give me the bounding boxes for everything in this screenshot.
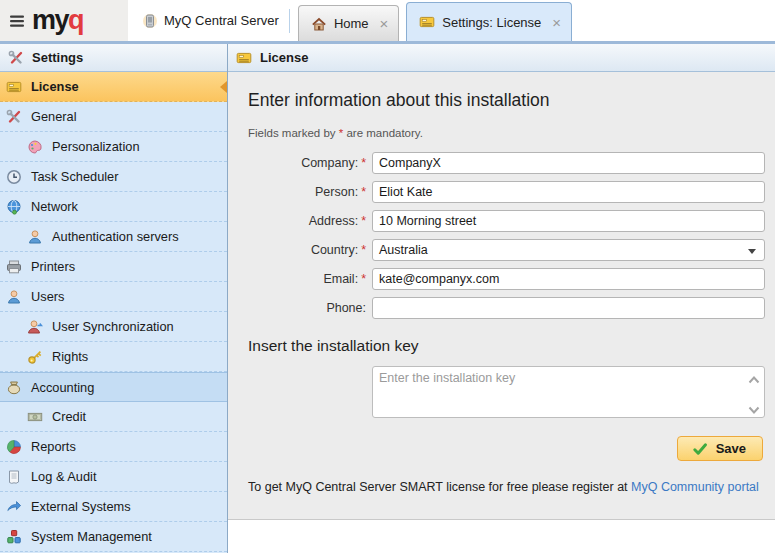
form-row-phone: Phone: bbox=[248, 297, 775, 319]
palette-icon bbox=[27, 139, 43, 155]
scroll-down-icon[interactable] bbox=[748, 401, 760, 411]
address-label: Address:* bbox=[248, 214, 366, 228]
tab-settings-license[interactable]: Settings: License× bbox=[406, 2, 572, 41]
sidebar-item-label: Network bbox=[31, 199, 78, 214]
hamburger-menu-icon[interactable] bbox=[8, 11, 28, 31]
server-icon bbox=[142, 13, 158, 29]
license-content-panel: License Enter information about this ins… bbox=[228, 44, 775, 553]
settings-sidebar: Settings LicenseGeneralPersonalizationTa… bbox=[0, 44, 228, 553]
sidebar-item-label: External Systems bbox=[31, 499, 131, 514]
sidebar-item-personalization[interactable]: Personalization bbox=[0, 132, 227, 162]
form-row-email: Email:* bbox=[248, 268, 775, 290]
sidebar-items: LicenseGeneralPersonalizationTask Schedu… bbox=[0, 72, 227, 552]
printer-icon bbox=[6, 259, 22, 275]
top-bar: myq MyQ Central Server Home×Settings: Li… bbox=[0, 0, 775, 41]
sidebar-item-rights[interactable]: Rights bbox=[0, 342, 227, 372]
person-field[interactable] bbox=[372, 181, 765, 203]
server-label-group: MyQ Central Server bbox=[142, 0, 279, 41]
sidebar-item-label: General bbox=[31, 109, 77, 124]
license-form-area: Enter information about this installatio… bbox=[228, 72, 775, 520]
home-icon bbox=[311, 16, 327, 32]
user-icon bbox=[27, 229, 43, 245]
logo-block: myq bbox=[0, 0, 128, 41]
company-label: Company:* bbox=[248, 156, 366, 170]
sidebar-item-reports[interactable]: Reports bbox=[0, 432, 227, 462]
installation-info-form: Company:*Person:*Address:*Country:*Austr… bbox=[248, 152, 775, 319]
sidebar-item-label: License bbox=[31, 79, 79, 94]
content-header: License bbox=[228, 44, 775, 72]
sidebar-item-label: User Synchronization bbox=[52, 319, 174, 334]
phone-field[interactable] bbox=[372, 297, 765, 319]
license-icon bbox=[6, 79, 22, 95]
document-icon bbox=[6, 469, 22, 485]
form-row-country: Country:*Australia bbox=[248, 239, 775, 261]
mandatory-note: Fields marked by * are mandatory. bbox=[248, 127, 775, 139]
required-asterisk: * bbox=[361, 185, 366, 199]
sidebar-item-credit[interactable]: Credit bbox=[0, 402, 227, 432]
phone-label: Phone: bbox=[248, 301, 366, 315]
key-icon bbox=[27, 349, 43, 365]
sidebar-item-label: System Management bbox=[31, 529, 152, 544]
user-sync-icon bbox=[27, 319, 43, 335]
sidebar-item-label: Accounting bbox=[31, 380, 94, 395]
tab-home[interactable]: Home× bbox=[298, 5, 399, 41]
chevron-down-icon bbox=[748, 249, 756, 254]
country-select[interactable]: Australia bbox=[372, 239, 765, 261]
myq-central-server-window: myq MyQ Central Server Home×Settings: Li… bbox=[0, 0, 775, 553]
sidebar-item-printers[interactable]: Printers bbox=[0, 252, 227, 282]
myq-logo: myq bbox=[32, 7, 83, 34]
save-button[interactable]: Save bbox=[677, 436, 763, 461]
sidebar-item-label: Personalization bbox=[52, 139, 140, 154]
required-asterisk: * bbox=[361, 272, 366, 286]
sidebar-item-accounting[interactable]: Accounting bbox=[0, 372, 227, 402]
installation-key-title: Insert the installation key bbox=[248, 337, 775, 355]
country-label: Country:* bbox=[248, 243, 366, 257]
sidebar-item-label: Reports bbox=[31, 439, 76, 454]
sidebar-item-label: Log & Audit bbox=[31, 469, 96, 484]
email-label: Email:* bbox=[248, 272, 366, 286]
company-field[interactable] bbox=[372, 152, 765, 174]
close-icon[interactable]: × bbox=[552, 15, 561, 30]
tab-label: Home bbox=[334, 16, 369, 31]
sidebar-item-users[interactable]: Users bbox=[0, 282, 227, 312]
installation-key-textarea[interactable] bbox=[372, 366, 765, 418]
address-field[interactable] bbox=[372, 210, 765, 232]
form-row-person: Person:* bbox=[248, 181, 775, 203]
sidebar-title: Settings bbox=[32, 50, 83, 65]
sidebar-item-user-synchronization[interactable]: User Synchronization bbox=[0, 312, 227, 342]
sidebar-item-label: Users bbox=[31, 289, 64, 304]
content-title: License bbox=[260, 50, 308, 65]
sidebar-item-label: Task Scheduler bbox=[31, 169, 119, 184]
settings-icon bbox=[6, 109, 22, 125]
email-field[interactable] bbox=[372, 268, 765, 290]
save-row: Save bbox=[248, 436, 763, 461]
community-portal-link[interactable]: MyQ Community portal bbox=[631, 480, 759, 494]
scroll-up-icon[interactable] bbox=[748, 371, 760, 381]
installation-key-wrapper bbox=[372, 366, 765, 418]
tab-label: Settings: License bbox=[442, 15, 541, 30]
form-row-address: Address:* bbox=[248, 210, 775, 232]
sidebar-item-license[interactable]: License bbox=[0, 72, 227, 102]
topbar-separator bbox=[289, 9, 290, 33]
sidebar-header: Settings bbox=[0, 44, 227, 72]
sidebar-item-log-audit[interactable]: Log & Audit bbox=[0, 462, 227, 492]
sidebar-item-system-management[interactable]: System Management bbox=[0, 522, 227, 552]
required-asterisk: * bbox=[361, 214, 366, 228]
sidebar-item-general[interactable]: General bbox=[0, 102, 227, 132]
user-icon bbox=[6, 289, 22, 305]
person-label: Person:* bbox=[248, 185, 366, 199]
country-selected-value: Australia bbox=[379, 243, 428, 257]
sidebar-item-network[interactable]: Network bbox=[0, 192, 227, 222]
sidebar-item-task-scheduler[interactable]: Task Scheduler bbox=[0, 162, 227, 192]
form-row-company: Company:* bbox=[248, 152, 775, 174]
sidebar-item-external-systems[interactable]: External Systems bbox=[0, 492, 227, 522]
check-icon bbox=[692, 441, 708, 457]
required-asterisk: * bbox=[361, 156, 366, 170]
close-icon[interactable]: × bbox=[380, 16, 389, 31]
selected-item-arrow bbox=[220, 81, 227, 93]
license-icon bbox=[236, 50, 252, 66]
settings-icon bbox=[8, 50, 24, 66]
money-bag-icon bbox=[6, 379, 22, 395]
save-button-label: Save bbox=[716, 441, 746, 456]
sidebar-item-authentication-servers[interactable]: Authentication servers bbox=[0, 222, 227, 252]
